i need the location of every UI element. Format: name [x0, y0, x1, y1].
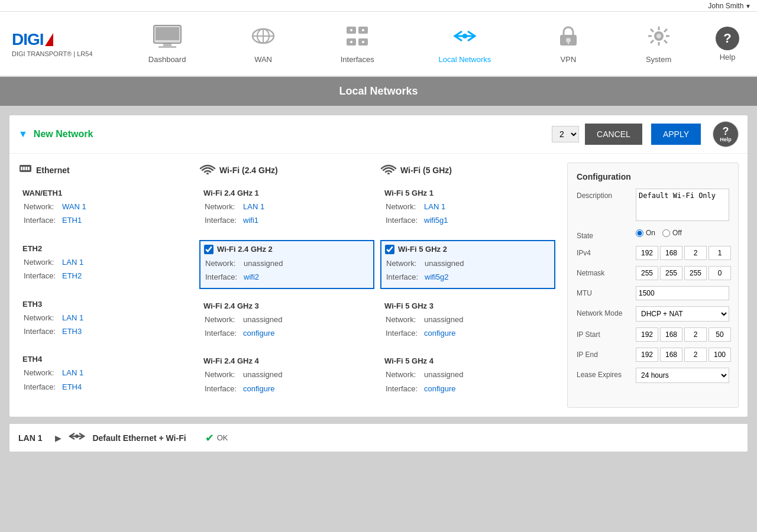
wifi5-1-item: Wi-Fi 5 GHz 1 Network:LAN 1 Interface:wi… [380, 184, 555, 232]
eth3-item: ETH3 Network:LAN 1 Interface:ETH3 [18, 296, 193, 343]
wifi5-2-iface-link[interactable]: wifi5g2 [425, 273, 448, 281]
wifi5-column: Wi-Fi (5 GHz) Wi-Fi 5 GHz 1 Network:LAN … [380, 163, 555, 408]
eth2-network-link[interactable]: LAN 1 [62, 258, 83, 267]
collapse-arrow[interactable]: ▼ [18, 129, 28, 140]
ipv4-octet4[interactable] [709, 246, 731, 260]
netmask-label: Netmask [577, 266, 636, 277]
ip-end-label: IP End [577, 348, 636, 359]
lease-expires-select[interactable]: 24 hours 12 hours 48 hours [636, 368, 729, 383]
eth4-iface-link[interactable]: ETH4 [62, 382, 82, 391]
wifi5-3-name: Wi-Fi 5 GHz 3 [384, 301, 434, 310]
wifi5-1-iface-link[interactable]: wifi5g1 [424, 216, 448, 225]
eth-wan-item: WAN/ETH1 Network:WAN 1 Interface:ETH1 [18, 184, 193, 232]
svg-rect-32 [21, 167, 22, 170]
wan-eth1-name: WAN/ETH1 [22, 189, 62, 197]
netmask-octet4[interactable] [709, 266, 731, 280]
ip-end-octet1[interactable] [636, 348, 658, 362]
nav-interfaces[interactable]: Interfaces [329, 20, 386, 69]
ip-start-octet4[interactable] [709, 327, 731, 342]
apply-button[interactable]: APPLY [651, 124, 701, 145]
eth4-item: ETH4 Network:LAN 1 Interface:ETH4 [18, 351, 193, 398]
ipv4-octet2[interactable] [660, 246, 682, 260]
ip-end-octet4[interactable] [709, 348, 731, 362]
wifi5-2-name: Wi-Fi 5 GHz 2 [398, 245, 447, 254]
nav-wan[interactable]: WAN [238, 20, 288, 69]
nav-local-networks[interactable]: Local Networks [426, 20, 503, 69]
wifi24-1-iface-link[interactable]: wifi1 [243, 216, 258, 225]
lan1-label: LAN 1 [18, 433, 42, 443]
wifi5-4-iface-link[interactable]: configure [424, 384, 455, 393]
ipv4-octet1[interactable] [636, 246, 658, 260]
state-on-option[interactable]: On [636, 229, 655, 237]
svg-rect-34 [25, 167, 27, 170]
user-menu[interactable]: John Smith [708, 2, 751, 10]
eth2-iface-link[interactable]: ETH2 [62, 271, 82, 280]
ip-end-input-group [636, 348, 731, 362]
help-button[interactable]: ? Help [713, 121, 739, 147]
svg-point-36 [206, 173, 209, 174]
wifi5-3-iface-link[interactable]: configure [424, 329, 455, 338]
wan-eth1-network-link[interactable]: WAN 1 [62, 202, 86, 211]
nav-dashboard[interactable]: Dashboard [137, 20, 198, 69]
nav-vpn[interactable]: VPN [544, 20, 593, 69]
eth3-network-link[interactable]: LAN 1 [62, 313, 83, 322]
ip-start-input-group [636, 327, 731, 342]
svg-point-37 [387, 173, 390, 174]
ip-start-octet1[interactable] [636, 327, 658, 342]
ipv4-octet3[interactable] [684, 246, 707, 260]
netmask-octet3[interactable] [684, 266, 707, 280]
ip-start-octet3[interactable] [684, 327, 707, 342]
nav-wan-label: WAN [254, 55, 272, 64]
netmask-input-group [636, 266, 731, 280]
network-body: Ethernet WAN/ETH1 Network:WAN 1 Interfac… [9, 154, 748, 417]
config-panel: Configuration Description State On [567, 163, 739, 408]
network-mode-select[interactable]: DHCP + NAT Static DHCP [636, 306, 729, 322]
wifi24-2-iface-link[interactable]: wifi2 [244, 273, 259, 281]
eth2-name: ETH2 [22, 244, 42, 253]
ip-start-octet2[interactable] [660, 327, 682, 342]
ipv4-label: IPv4 [577, 246, 636, 257]
ip-end-octet3[interactable] [684, 348, 707, 362]
system-icon [646, 24, 672, 53]
wifi5-1-network-link[interactable]: LAN 1 [424, 202, 445, 211]
ip-start-label: IP Start [577, 327, 636, 339]
wifi24-3-iface-link[interactable]: configure [243, 329, 274, 338]
ip-end-octet2[interactable] [660, 348, 682, 362]
wifi5-3-network: unassigned [424, 313, 462, 326]
svg-point-17 [462, 34, 467, 38]
nav-help[interactable]: ? Help [704, 22, 751, 66]
config-title: Configuration [577, 172, 729, 181]
cancel-button[interactable]: CANCEL [585, 124, 642, 145]
state-off-option[interactable]: Off [662, 229, 682, 237]
ethernet-label: Ethernet [36, 166, 70, 175]
wifi24-3-item: Wi-Fi 2.4 GHz 3 Network:unassigned Inter… [199, 297, 374, 345]
eth3-iface-link[interactable]: ETH3 [62, 327, 82, 336]
wifi24-4-name: Wi-Fi 2.4 GHz 4 [203, 356, 259, 365]
svg-line-27 [651, 29, 654, 32]
wan-eth1-iface-link[interactable]: ETH1 [62, 216, 82, 225]
lease-expires-label: Lease Expires [577, 368, 636, 379]
mtu-input[interactable] [636, 286, 729, 300]
eth4-name: ETH4 [22, 355, 42, 364]
wifi5-4-item: Wi-Fi 5 GHz 4 Network:unassigned Interfa… [380, 352, 555, 400]
wifi24-3-network: unassigned [243, 313, 282, 326]
description-input[interactable] [636, 189, 729, 221]
eth3-name: ETH3 [22, 300, 42, 309]
netmask-octet1[interactable] [636, 266, 658, 280]
network-number-select[interactable]: 2 1 3 4 [552, 126, 579, 142]
eth4-network-link[interactable]: LAN 1 [62, 368, 83, 377]
netmask-octet2[interactable] [660, 266, 682, 280]
lan1-expand-arrow[interactable]: ▶ [55, 433, 62, 443]
wifi24-1-network-link[interactable]: LAN 1 [243, 202, 264, 211]
mtu-label: MTU [577, 286, 636, 297]
svg-point-15 [362, 41, 364, 43]
wifi24-4-iface-link[interactable]: configure [243, 384, 274, 393]
svg-point-39 [75, 434, 79, 438]
svg-line-28 [664, 40, 667, 43]
config-netmask-row: Netmask [577, 266, 729, 280]
config-lease-expires-row: Lease Expires 24 hours 12 hours 48 hours [577, 368, 729, 383]
svg-rect-1 [156, 27, 179, 40]
wifi5-2-checkbox[interactable] [385, 245, 394, 254]
wifi24-2-checkbox[interactable] [204, 245, 213, 254]
nav-system[interactable]: System [634, 20, 684, 69]
